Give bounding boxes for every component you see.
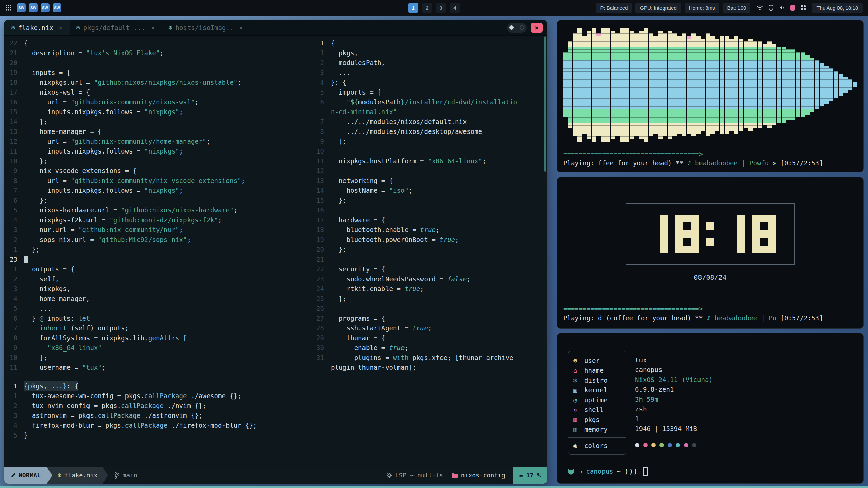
visualizer-segment — [630, 30, 634, 47]
code-pane-pkgs[interactable]: 1{pkgs, ...}: {1 tux-awesome-wm-config =… — [4, 379, 547, 467]
workspace-button[interactable]: 2 — [422, 3, 432, 13]
line-number: 7 — [4, 323, 24, 333]
tab-close-icon[interactable]: × — [151, 24, 155, 32]
line-number: 13 — [4, 127, 24, 137]
clock-chip[interactable]: Thu Aug 08, 18:18 — [812, 3, 863, 13]
code-text: programs = { — [331, 313, 385, 323]
visualizer-segment — [587, 123, 591, 139]
menu-icon[interactable] — [5, 5, 12, 11]
clock-cell — [652, 215, 660, 222]
code-text: }; — [24, 196, 47, 205]
visualizer-bar — [839, 26, 843, 143]
clock-cell — [683, 215, 691, 222]
editor-tab[interactable]: ❄pkgs/default ...× — [70, 20, 162, 35]
code-text: tux-nvim-config = pkgs.callPackage ./nvi… — [24, 401, 206, 411]
terminal-cursor[interactable] — [643, 467, 648, 476]
scrollbar-thumb[interactable] — [544, 36, 546, 172]
apps-grid-icon[interactable] — [801, 5, 806, 11]
project-indicator[interactable]: nixos-config — [451, 472, 505, 479]
lsp-status: LSP ~ null-ls — [386, 472, 443, 479]
code-text: astronvim = pkgs.callPackage ./astronvim… — [24, 411, 202, 421]
code-line: 3 nur.url = "github:nix-community/nur"; — [4, 225, 311, 235]
visualizer-bar — [834, 26, 838, 143]
workspace-button[interactable]: 1 — [408, 3, 418, 13]
shield-icon[interactable] — [768, 5, 774, 11]
line-number: 1 — [311, 48, 331, 58]
line-number: 9 — [4, 343, 24, 353]
workspace-button[interactable]: 4 — [450, 3, 460, 13]
code-line: 18 nixpkgs.url = "github:nixos/nixpkgs/n… — [4, 78, 311, 87]
code-line: 21 description = "tux's NixOS Flake"; — [4, 48, 311, 58]
code-line: 12 url = "github:nix-community/home-mana… — [4, 137, 311, 146]
visualizer-segment — [644, 60, 648, 109]
visualizer-bar — [801, 26, 805, 143]
visualizer-bar — [615, 26, 620, 143]
shell-prompt[interactable]: → canopus ~ ))) — [565, 467, 855, 477]
visualizer-segment — [739, 47, 743, 60]
clock-cell — [760, 222, 768, 230]
visualizer-segment — [691, 109, 696, 123]
workspace-tag-icon[interactable]: SW — [53, 3, 61, 12]
visualizer-segment — [663, 60, 667, 109]
visualizer-segment — [663, 33, 667, 47]
editor-tab[interactable]: ❄hosts/isoImag..× — [162, 20, 250, 35]
fetch-row: ▣kernel — [568, 385, 626, 395]
tab-label: flake.nix — [18, 24, 53, 32]
clock-cell — [706, 238, 714, 246]
code-text: n-cd-minimal.nix" — [331, 107, 397, 117]
code-line: 1 tux-awesome-wm-config = pkgs.callPacka… — [4, 391, 547, 401]
visualizer-segment — [777, 60, 781, 109]
line-number: 19 — [311, 235, 331, 245]
workspace-tag-icon[interactable]: SW — [17, 3, 26, 12]
code-pane-iso[interactable]: 1{1 pkgs,2 modulesPath,3 ...4}: {5 impor… — [311, 36, 547, 379]
visualizer-bar — [829, 26, 833, 143]
window-close-button[interactable]: × — [531, 23, 543, 33]
code-line: 3 nixpkgs, — [4, 284, 311, 294]
clock-cell — [645, 246, 652, 253]
fetch-label: shell — [584, 406, 604, 413]
theme-toggle-button[interactable] — [507, 23, 527, 33]
visualizer-segment — [634, 123, 639, 136]
code-text: bluetooth.enable = true; — [331, 225, 439, 235]
visualizer-segment — [630, 47, 634, 60]
tab-close-icon[interactable]: × — [59, 24, 63, 32]
visualizer-segment — [658, 109, 663, 123]
editor-tab[interactable]: ❄flake.nix× — [4, 20, 70, 35]
visualizer-bar — [815, 26, 819, 143]
now-playing: Playing: ffee for your head) ** ♪ beabad… — [563, 159, 857, 167]
volume-icon[interactable] — [779, 5, 785, 11]
powerline-separator — [103, 467, 108, 484]
line-number: 1 — [4, 264, 24, 274]
workspace-tag-icon[interactable]: SW — [41, 3, 50, 12]
visualizer-bar — [729, 26, 734, 143]
code-text: } @ inputs: let — [24, 313, 90, 323]
code-line: 16 — [311, 205, 547, 215]
statusline-file[interactable]: ❄ flake.nix — [52, 467, 103, 484]
workspace-tag-icon[interactable]: SW — [29, 3, 38, 12]
clock-cell — [768, 230, 776, 238]
visualizer-segment — [630, 60, 634, 109]
recorder-icon[interactable] — [790, 5, 795, 11]
visualizer-segment — [843, 77, 848, 93]
code-line: 5 ... — [4, 304, 311, 313]
visualizer-segment — [801, 109, 805, 117]
visualizer-segment — [658, 123, 663, 139]
prompt-host: canopus — [586, 468, 613, 475]
clock-digit — [645, 215, 668, 253]
network-icon[interactable] — [756, 5, 763, 11]
workspace-button[interactable]: 3 — [436, 3, 446, 13]
tab-close-icon[interactable]: × — [239, 24, 243, 32]
code-pane-flake[interactable]: 22{21 description = "tux's NixOS Flake";… — [4, 36, 311, 379]
code-line: 1{pkgs, ...}: { — [4, 381, 547, 391]
line-number: 11 — [4, 146, 24, 156]
palette-icon: ◉ — [573, 442, 584, 449]
code-line: 1 outputs = { — [4, 264, 311, 274]
visualizer-segment — [620, 60, 625, 109]
git-branch[interactable]: main — [108, 467, 143, 484]
code-line: 1{ — [311, 38, 547, 48]
code-line: 22 security = { — [311, 264, 547, 274]
code-text: "x86_64-linux" — [24, 343, 102, 353]
visualizer-bar — [748, 26, 753, 143]
visualizer-segment — [706, 47, 710, 60]
visualizer-segment — [696, 123, 701, 134]
